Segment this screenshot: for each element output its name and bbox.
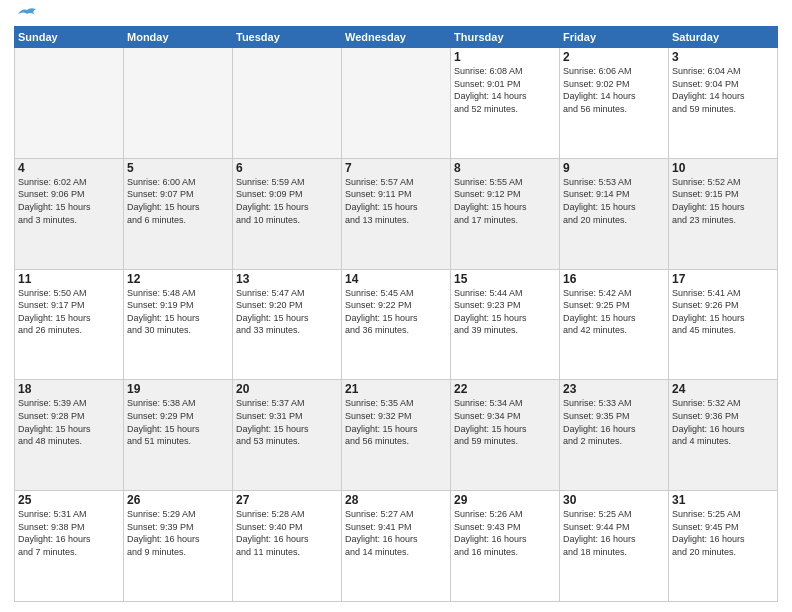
calendar-cell: 1Sunrise: 6:08 AM Sunset: 9:01 PM Daylig… — [451, 48, 560, 159]
col-header-thursday: Thursday — [451, 27, 560, 48]
day-info: Sunrise: 6:06 AM Sunset: 9:02 PM Dayligh… — [563, 65, 665, 115]
calendar-cell: 11Sunrise: 5:50 AM Sunset: 9:17 PM Dayli… — [15, 269, 124, 380]
day-number: 27 — [236, 493, 338, 507]
day-number: 10 — [672, 161, 774, 175]
calendar-cell: 5Sunrise: 6:00 AM Sunset: 9:07 PM Daylig… — [124, 158, 233, 269]
day-info: Sunrise: 5:52 AM Sunset: 9:15 PM Dayligh… — [672, 176, 774, 226]
day-info: Sunrise: 5:34 AM Sunset: 9:34 PM Dayligh… — [454, 397, 556, 447]
calendar-cell: 24Sunrise: 5:32 AM Sunset: 9:36 PM Dayli… — [669, 380, 778, 491]
col-header-friday: Friday — [560, 27, 669, 48]
calendar-cell: 27Sunrise: 5:28 AM Sunset: 9:40 PM Dayli… — [233, 491, 342, 602]
day-info: Sunrise: 5:50 AM Sunset: 9:17 PM Dayligh… — [18, 287, 120, 337]
day-info: Sunrise: 5:38 AM Sunset: 9:29 PM Dayligh… — [127, 397, 229, 447]
day-number: 2 — [563, 50, 665, 64]
calendar-cell — [124, 48, 233, 159]
day-info: Sunrise: 5:33 AM Sunset: 9:35 PM Dayligh… — [563, 397, 665, 447]
day-info: Sunrise: 5:47 AM Sunset: 9:20 PM Dayligh… — [236, 287, 338, 337]
calendar-cell — [233, 48, 342, 159]
day-number: 19 — [127, 382, 229, 396]
day-info: Sunrise: 5:44 AM Sunset: 9:23 PM Dayligh… — [454, 287, 556, 337]
day-info: Sunrise: 5:45 AM Sunset: 9:22 PM Dayligh… — [345, 287, 447, 337]
calendar-cell: 23Sunrise: 5:33 AM Sunset: 9:35 PM Dayli… — [560, 380, 669, 491]
day-info: Sunrise: 5:55 AM Sunset: 9:12 PM Dayligh… — [454, 176, 556, 226]
day-info: Sunrise: 5:42 AM Sunset: 9:25 PM Dayligh… — [563, 287, 665, 337]
calendar-cell: 28Sunrise: 5:27 AM Sunset: 9:41 PM Dayli… — [342, 491, 451, 602]
col-header-sunday: Sunday — [15, 27, 124, 48]
logo — [14, 10, 38, 20]
day-info: Sunrise: 6:08 AM Sunset: 9:01 PM Dayligh… — [454, 65, 556, 115]
day-info: Sunrise: 6:04 AM Sunset: 9:04 PM Dayligh… — [672, 65, 774, 115]
day-info: Sunrise: 5:53 AM Sunset: 9:14 PM Dayligh… — [563, 176, 665, 226]
day-number: 9 — [563, 161, 665, 175]
calendar-week-row: 25Sunrise: 5:31 AM Sunset: 9:38 PM Dayli… — [15, 491, 778, 602]
day-number: 24 — [672, 382, 774, 396]
day-number: 29 — [454, 493, 556, 507]
day-number: 22 — [454, 382, 556, 396]
day-number: 30 — [563, 493, 665, 507]
header — [14, 10, 778, 20]
calendar-cell: 13Sunrise: 5:47 AM Sunset: 9:20 PM Dayli… — [233, 269, 342, 380]
calendar-cell: 12Sunrise: 5:48 AM Sunset: 9:19 PM Dayli… — [124, 269, 233, 380]
day-number: 28 — [345, 493, 447, 507]
calendar-cell: 18Sunrise: 5:39 AM Sunset: 9:28 PM Dayli… — [15, 380, 124, 491]
day-info: Sunrise: 5:29 AM Sunset: 9:39 PM Dayligh… — [127, 508, 229, 558]
calendar-cell: 3Sunrise: 6:04 AM Sunset: 9:04 PM Daylig… — [669, 48, 778, 159]
calendar-cell: 17Sunrise: 5:41 AM Sunset: 9:26 PM Dayli… — [669, 269, 778, 380]
day-number: 8 — [454, 161, 556, 175]
calendar-cell: 8Sunrise: 5:55 AM Sunset: 9:12 PM Daylig… — [451, 158, 560, 269]
day-number: 13 — [236, 272, 338, 286]
day-info: Sunrise: 5:59 AM Sunset: 9:09 PM Dayligh… — [236, 176, 338, 226]
calendar-week-row: 18Sunrise: 5:39 AM Sunset: 9:28 PM Dayli… — [15, 380, 778, 491]
day-info: Sunrise: 5:26 AM Sunset: 9:43 PM Dayligh… — [454, 508, 556, 558]
day-number: 5 — [127, 161, 229, 175]
calendar-week-row: 11Sunrise: 5:50 AM Sunset: 9:17 PM Dayli… — [15, 269, 778, 380]
calendar-cell: 16Sunrise: 5:42 AM Sunset: 9:25 PM Dayli… — [560, 269, 669, 380]
calendar-cell: 6Sunrise: 5:59 AM Sunset: 9:09 PM Daylig… — [233, 158, 342, 269]
calendar-cell: 25Sunrise: 5:31 AM Sunset: 9:38 PM Dayli… — [15, 491, 124, 602]
calendar-cell: 29Sunrise: 5:26 AM Sunset: 9:43 PM Dayli… — [451, 491, 560, 602]
day-number: 15 — [454, 272, 556, 286]
calendar-cell: 15Sunrise: 5:44 AM Sunset: 9:23 PM Dayli… — [451, 269, 560, 380]
col-header-wednesday: Wednesday — [342, 27, 451, 48]
calendar-cell: 4Sunrise: 6:02 AM Sunset: 9:06 PM Daylig… — [15, 158, 124, 269]
calendar-week-row: 1Sunrise: 6:08 AM Sunset: 9:01 PM Daylig… — [15, 48, 778, 159]
calendar-cell: 9Sunrise: 5:53 AM Sunset: 9:14 PM Daylig… — [560, 158, 669, 269]
calendar-cell: 20Sunrise: 5:37 AM Sunset: 9:31 PM Dayli… — [233, 380, 342, 491]
day-number: 7 — [345, 161, 447, 175]
day-info: Sunrise: 5:32 AM Sunset: 9:36 PM Dayligh… — [672, 397, 774, 447]
day-number: 12 — [127, 272, 229, 286]
day-number: 14 — [345, 272, 447, 286]
day-number: 21 — [345, 382, 447, 396]
day-number: 18 — [18, 382, 120, 396]
calendar-cell: 14Sunrise: 5:45 AM Sunset: 9:22 PM Dayli… — [342, 269, 451, 380]
day-number: 3 — [672, 50, 774, 64]
day-info: Sunrise: 5:31 AM Sunset: 9:38 PM Dayligh… — [18, 508, 120, 558]
day-number: 20 — [236, 382, 338, 396]
calendar-cell: 21Sunrise: 5:35 AM Sunset: 9:32 PM Dayli… — [342, 380, 451, 491]
calendar-header-row: SundayMondayTuesdayWednesdayThursdayFrid… — [15, 27, 778, 48]
day-number: 4 — [18, 161, 120, 175]
col-header-saturday: Saturday — [669, 27, 778, 48]
day-info: Sunrise: 5:28 AM Sunset: 9:40 PM Dayligh… — [236, 508, 338, 558]
day-info: Sunrise: 5:48 AM Sunset: 9:19 PM Dayligh… — [127, 287, 229, 337]
calendar-cell: 7Sunrise: 5:57 AM Sunset: 9:11 PM Daylig… — [342, 158, 451, 269]
day-info: Sunrise: 5:27 AM Sunset: 9:41 PM Dayligh… — [345, 508, 447, 558]
calendar-cell: 22Sunrise: 5:34 AM Sunset: 9:34 PM Dayli… — [451, 380, 560, 491]
logo-bird-icon — [16, 6, 38, 20]
day-number: 1 — [454, 50, 556, 64]
day-number: 16 — [563, 272, 665, 286]
calendar-cell: 2Sunrise: 6:06 AM Sunset: 9:02 PM Daylig… — [560, 48, 669, 159]
day-number: 6 — [236, 161, 338, 175]
calendar-cell: 26Sunrise: 5:29 AM Sunset: 9:39 PM Dayli… — [124, 491, 233, 602]
day-info: Sunrise: 5:57 AM Sunset: 9:11 PM Dayligh… — [345, 176, 447, 226]
calendar-cell: 31Sunrise: 5:25 AM Sunset: 9:45 PM Dayli… — [669, 491, 778, 602]
calendar-table: SundayMondayTuesdayWednesdayThursdayFrid… — [14, 26, 778, 602]
calendar-cell — [342, 48, 451, 159]
calendar-cell: 10Sunrise: 5:52 AM Sunset: 9:15 PM Dayli… — [669, 158, 778, 269]
day-number: 17 — [672, 272, 774, 286]
day-info: Sunrise: 5:41 AM Sunset: 9:26 PM Dayligh… — [672, 287, 774, 337]
col-header-tuesday: Tuesday — [233, 27, 342, 48]
col-header-monday: Monday — [124, 27, 233, 48]
day-number: 23 — [563, 382, 665, 396]
page: SundayMondayTuesdayWednesdayThursdayFrid… — [0, 0, 792, 612]
